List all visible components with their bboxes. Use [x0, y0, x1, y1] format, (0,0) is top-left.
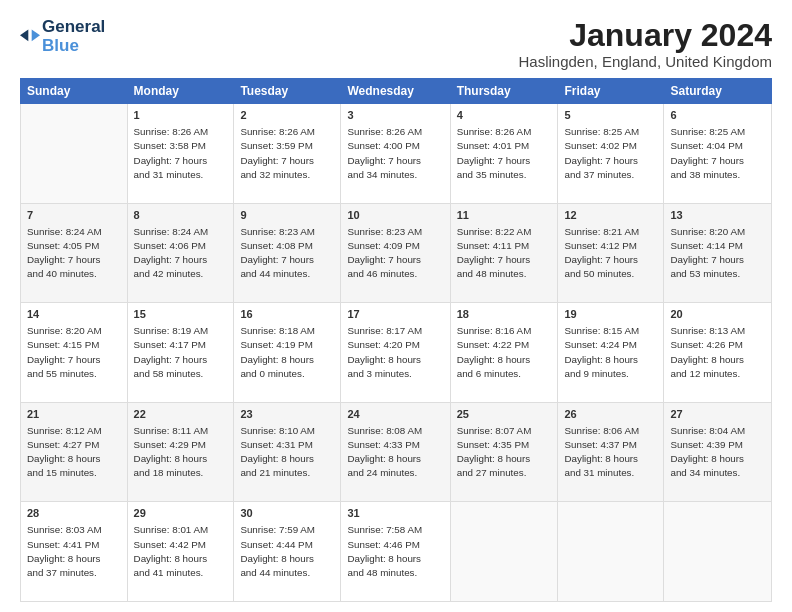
- cell-info: Sunrise: 8:13 AMSunset: 4:26 PMDaylight:…: [670, 324, 765, 381]
- calendar-cell: 9Sunrise: 8:23 AMSunset: 4:08 PMDaylight…: [234, 203, 341, 303]
- calendar-cell: 16Sunrise: 8:18 AMSunset: 4:19 PMDayligh…: [234, 303, 341, 403]
- calendar-header-row: SundayMondayTuesdayWednesdayThursdayFrid…: [21, 79, 772, 104]
- day-number: 14: [27, 307, 121, 323]
- calendar-cell: 22Sunrise: 8:11 AMSunset: 4:29 PMDayligh…: [127, 402, 234, 502]
- calendar-cell: 23Sunrise: 8:10 AMSunset: 4:31 PMDayligh…: [234, 402, 341, 502]
- cell-info: Sunrise: 8:07 AMSunset: 4:35 PMDaylight:…: [457, 424, 552, 481]
- cell-info: Sunrise: 8:10 AMSunset: 4:31 PMDaylight:…: [240, 424, 334, 481]
- day-number: 1: [134, 108, 228, 124]
- calendar-week-row: 21Sunrise: 8:12 AMSunset: 4:27 PMDayligh…: [21, 402, 772, 502]
- cell-info: Sunrise: 8:20 AMSunset: 4:15 PMDaylight:…: [27, 324, 121, 381]
- title-block: January 2024 Haslingden, England, United…: [519, 18, 773, 70]
- calendar-cell: 24Sunrise: 8:08 AMSunset: 4:33 PMDayligh…: [341, 402, 450, 502]
- calendar-cell: 26Sunrise: 8:06 AMSunset: 4:37 PMDayligh…: [558, 402, 664, 502]
- location: Haslingden, England, United Kingdom: [519, 53, 773, 70]
- cell-info: Sunrise: 8:03 AMSunset: 4:41 PMDaylight:…: [27, 523, 121, 580]
- cell-info: Sunrise: 8:26 AMSunset: 3:58 PMDaylight:…: [134, 125, 228, 182]
- header-wednesday: Wednesday: [341, 79, 450, 104]
- calendar-cell: 31Sunrise: 7:58 AMSunset: 4:46 PMDayligh…: [341, 502, 450, 602]
- calendar-cell: 20Sunrise: 8:13 AMSunset: 4:26 PMDayligh…: [664, 303, 772, 403]
- day-number: 18: [457, 307, 552, 323]
- logo-icon: [20, 27, 40, 47]
- calendar-cell: 27Sunrise: 8:04 AMSunset: 4:39 PMDayligh…: [664, 402, 772, 502]
- header-saturday: Saturday: [664, 79, 772, 104]
- calendar-cell: [21, 104, 128, 204]
- header-thursday: Thursday: [450, 79, 558, 104]
- cell-info: Sunrise: 8:25 AMSunset: 4:02 PMDaylight:…: [564, 125, 657, 182]
- day-number: 19: [564, 307, 657, 323]
- cell-info: Sunrise: 8:18 AMSunset: 4:19 PMDaylight:…: [240, 324, 334, 381]
- header-friday: Friday: [558, 79, 664, 104]
- day-number: 15: [134, 307, 228, 323]
- calendar-cell: 4Sunrise: 8:26 AMSunset: 4:01 PMDaylight…: [450, 104, 558, 204]
- calendar-cell: 5Sunrise: 8:25 AMSunset: 4:02 PMDaylight…: [558, 104, 664, 204]
- header-tuesday: Tuesday: [234, 79, 341, 104]
- day-number: 17: [347, 307, 443, 323]
- day-number: 24: [347, 407, 443, 423]
- cell-info: Sunrise: 8:24 AMSunset: 4:06 PMDaylight:…: [134, 225, 228, 282]
- day-number: 28: [27, 506, 121, 522]
- cell-info: Sunrise: 8:26 AMSunset: 4:00 PMDaylight:…: [347, 125, 443, 182]
- cell-info: Sunrise: 8:11 AMSunset: 4:29 PMDaylight:…: [134, 424, 228, 481]
- day-number: 29: [134, 506, 228, 522]
- logo-text: General Blue: [42, 18, 105, 55]
- day-number: 12: [564, 208, 657, 224]
- day-number: 26: [564, 407, 657, 423]
- calendar-cell: 12Sunrise: 8:21 AMSunset: 4:12 PMDayligh…: [558, 203, 664, 303]
- calendar-cell: 3Sunrise: 8:26 AMSunset: 4:00 PMDaylight…: [341, 104, 450, 204]
- calendar-cell: 28Sunrise: 8:03 AMSunset: 4:41 PMDayligh…: [21, 502, 128, 602]
- cell-info: Sunrise: 8:04 AMSunset: 4:39 PMDaylight:…: [670, 424, 765, 481]
- calendar-cell: 10Sunrise: 8:23 AMSunset: 4:09 PMDayligh…: [341, 203, 450, 303]
- calendar-week-row: 1Sunrise: 8:26 AMSunset: 3:58 PMDaylight…: [21, 104, 772, 204]
- calendar-week-row: 7Sunrise: 8:24 AMSunset: 4:05 PMDaylight…: [21, 203, 772, 303]
- calendar-cell: 18Sunrise: 8:16 AMSunset: 4:22 PMDayligh…: [450, 303, 558, 403]
- calendar-week-row: 28Sunrise: 8:03 AMSunset: 4:41 PMDayligh…: [21, 502, 772, 602]
- cell-info: Sunrise: 8:06 AMSunset: 4:37 PMDaylight:…: [564, 424, 657, 481]
- day-number: 4: [457, 108, 552, 124]
- header-monday: Monday: [127, 79, 234, 104]
- calendar-cell: 11Sunrise: 8:22 AMSunset: 4:11 PMDayligh…: [450, 203, 558, 303]
- cell-info: Sunrise: 8:20 AMSunset: 4:14 PMDaylight:…: [670, 225, 765, 282]
- cell-info: Sunrise: 7:59 AMSunset: 4:44 PMDaylight:…: [240, 523, 334, 580]
- cell-info: Sunrise: 8:23 AMSunset: 4:09 PMDaylight:…: [347, 225, 443, 282]
- calendar-cell: 25Sunrise: 8:07 AMSunset: 4:35 PMDayligh…: [450, 402, 558, 502]
- svg-marker-1: [20, 29, 28, 41]
- calendar-cell: [558, 502, 664, 602]
- cell-info: Sunrise: 8:23 AMSunset: 4:08 PMDaylight:…: [240, 225, 334, 282]
- calendar-cell: 1Sunrise: 8:26 AMSunset: 3:58 PMDaylight…: [127, 104, 234, 204]
- day-number: 5: [564, 108, 657, 124]
- calendar-cell: 7Sunrise: 8:24 AMSunset: 4:05 PMDaylight…: [21, 203, 128, 303]
- day-number: 25: [457, 407, 552, 423]
- day-number: 22: [134, 407, 228, 423]
- calendar-table: SundayMondayTuesdayWednesdayThursdayFrid…: [20, 78, 772, 602]
- cell-info: Sunrise: 8:12 AMSunset: 4:27 PMDaylight:…: [27, 424, 121, 481]
- calendar-cell: 21Sunrise: 8:12 AMSunset: 4:27 PMDayligh…: [21, 402, 128, 502]
- cell-info: Sunrise: 8:16 AMSunset: 4:22 PMDaylight:…: [457, 324, 552, 381]
- cell-info: Sunrise: 8:24 AMSunset: 4:05 PMDaylight:…: [27, 225, 121, 282]
- day-number: 2: [240, 108, 334, 124]
- calendar-cell: 8Sunrise: 8:24 AMSunset: 4:06 PMDaylight…: [127, 203, 234, 303]
- day-number: 11: [457, 208, 552, 224]
- cell-info: Sunrise: 8:22 AMSunset: 4:11 PMDaylight:…: [457, 225, 552, 282]
- day-number: 8: [134, 208, 228, 224]
- calendar-cell: [450, 502, 558, 602]
- calendar-cell: 17Sunrise: 8:17 AMSunset: 4:20 PMDayligh…: [341, 303, 450, 403]
- day-number: 30: [240, 506, 334, 522]
- day-number: 3: [347, 108, 443, 124]
- header: General Blue January 2024 Haslingden, En…: [20, 18, 772, 70]
- day-number: 27: [670, 407, 765, 423]
- calendar-cell: 14Sunrise: 8:20 AMSunset: 4:15 PMDayligh…: [21, 303, 128, 403]
- cell-info: Sunrise: 8:26 AMSunset: 3:59 PMDaylight:…: [240, 125, 334, 182]
- cell-info: Sunrise: 8:15 AMSunset: 4:24 PMDaylight:…: [564, 324, 657, 381]
- calendar-cell: 29Sunrise: 8:01 AMSunset: 4:42 PMDayligh…: [127, 502, 234, 602]
- day-number: 16: [240, 307, 334, 323]
- calendar-week-row: 14Sunrise: 8:20 AMSunset: 4:15 PMDayligh…: [21, 303, 772, 403]
- day-number: 10: [347, 208, 443, 224]
- calendar-cell: 15Sunrise: 8:19 AMSunset: 4:17 PMDayligh…: [127, 303, 234, 403]
- day-number: 23: [240, 407, 334, 423]
- day-number: 31: [347, 506, 443, 522]
- calendar-cell: 19Sunrise: 8:15 AMSunset: 4:24 PMDayligh…: [558, 303, 664, 403]
- day-number: 20: [670, 307, 765, 323]
- day-number: 6: [670, 108, 765, 124]
- month-title: January 2024: [519, 18, 773, 53]
